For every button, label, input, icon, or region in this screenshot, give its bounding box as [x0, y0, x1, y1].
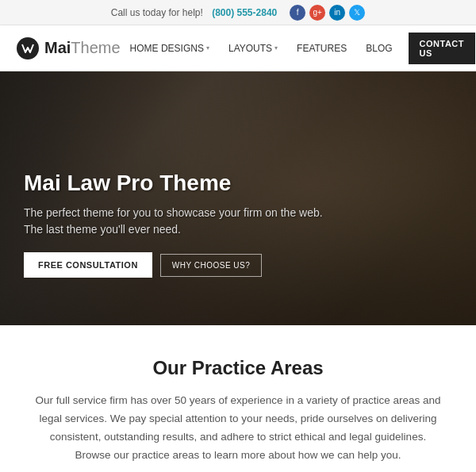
hero-section: Mai Law Pro Theme The perfect theme for … [0, 71, 476, 325]
hero-content: Mai Law Pro Theme The perfect theme for … [24, 170, 323, 278]
hero-subtitle: The perfect theme for you to showcase yo… [24, 205, 323, 238]
main-nav: MaiTheme HOME DESIGNS ▾ LAYOUTS ▾ FEATUR… [0, 25, 476, 71]
nav-layouts[interactable]: LAYOUTS ▾ [219, 25, 287, 71]
logo-icon [16, 36, 40, 60]
practice-areas-description: Our full service firm has over 50 years … [32, 392, 444, 465]
practice-areas-title: Our Practice Areas [24, 357, 452, 379]
contact-us-button[interactable]: CONTACT US [409, 33, 475, 64]
logo[interactable]: MaiTheme [16, 36, 121, 60]
nav-features[interactable]: FEATURES [287, 25, 356, 71]
google-plus-icon[interactable]: g+ [309, 5, 325, 21]
linkedin-icon[interactable]: in [329, 5, 345, 21]
call-text: Call us today for help! [111, 7, 203, 18]
facebook-icon[interactable]: f [290, 5, 305, 21]
hero-buttons: FREE CONSULTATION WHY CHOOSE US? [24, 252, 323, 278]
nav-blog[interactable]: BLOG [356, 25, 401, 71]
top-bar: Call us today for help! (800) 555-2840 f… [0, 0, 476, 25]
phone-number[interactable]: (800) 555-2840 [212, 7, 277, 18]
hero-title: Mai Law Pro Theme [24, 170, 323, 197]
twitter-icon[interactable]: 𝕏 [349, 5, 365, 21]
logo-text: MaiTheme [44, 39, 121, 57]
free-consultation-button[interactable]: FREE CONSULTATION [24, 252, 152, 278]
layouts-chevron: ▾ [274, 44, 278, 52]
home-designs-chevron: ▾ [206, 44, 209, 52]
social-icons: f g+ in 𝕏 [290, 5, 365, 21]
practice-areas-section: Our Practice Areas Our full service firm… [0, 325, 476, 472]
why-choose-us-button[interactable]: WHY CHOOSE US? [160, 254, 263, 277]
nav-home-designs[interactable]: HOME DESIGNS ▾ [121, 25, 219, 71]
nav-links: HOME DESIGNS ▾ LAYOUTS ▾ FEATURES BLOG C… [121, 25, 476, 71]
